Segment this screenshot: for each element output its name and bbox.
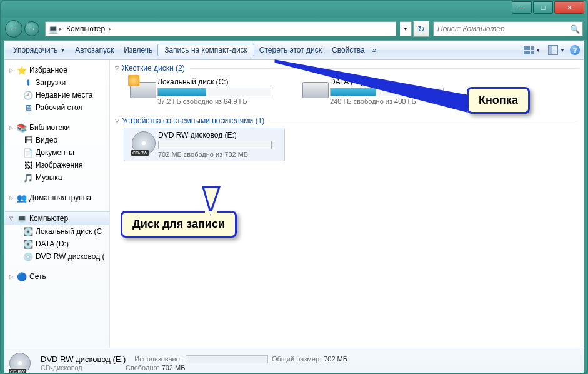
sidebar-libraries[interactable]: ▷📚Библиотеки bbox=[4, 121, 109, 134]
help-button[interactable]: ? bbox=[570, 45, 580, 55]
download-icon: ⬇ bbox=[23, 78, 33, 88]
sidebar-item-recent[interactable]: 🕘Недавние места bbox=[4, 89, 109, 101]
eject-button[interactable]: Извлечь bbox=[119, 44, 157, 56]
sidebar-item-dvd[interactable]: 💿DVD RW дисковод ( bbox=[4, 250, 109, 263]
back-button[interactable]: ← bbox=[5, 20, 22, 38]
details-pane: CD-RW DVD RW дисковод (E:) Использовано:… bbox=[4, 348, 584, 374]
computer-icon: 💻 bbox=[48, 24, 58, 34]
sidebar-computer[interactable]: ▽💻Компьютер bbox=[4, 211, 109, 225]
drive-icon bbox=[302, 82, 329, 98]
disc-icon: CD-RW bbox=[132, 131, 156, 155]
annotation-button-label: Кнопка bbox=[467, 87, 530, 114]
total-label: Общий размер: bbox=[272, 355, 321, 363]
navigation-pane: ▷⭐Избранное ⬇Загрузки 🕘Недавние места 🖥Р… bbox=[4, 60, 110, 348]
search-box[interactable]: 🔍 bbox=[433, 21, 583, 36]
sidebar-homegroup[interactable]: ▷👥Домашняя группа bbox=[4, 191, 109, 204]
burn-to-disc-button[interactable]: Запись на компакт-диск bbox=[157, 44, 254, 56]
details-icon: CD-RW bbox=[9, 353, 37, 373]
drive-dvd-rw[interactable]: CD-RW DVD RW дисковод (E:) 702 МБ свобод… bbox=[124, 128, 285, 161]
drive-free-text: 702 МБ свободно из 702 МБ bbox=[158, 151, 279, 158]
drive-c[interactable]: Локальный диск (C:) 37,2 ГБ свободно из … bbox=[124, 75, 284, 108]
usage-bar bbox=[157, 88, 271, 96]
details-name: DVD RW дисковод (E:) bbox=[41, 355, 126, 364]
refresh-button[interactable]: ↻ bbox=[413, 21, 429, 37]
autoplay-button[interactable]: Автозапуск bbox=[70, 44, 119, 56]
more-commands-button[interactable]: » bbox=[370, 44, 379, 56]
chevron-right-icon: ▸ bbox=[107, 26, 113, 32]
preview-pane-button[interactable]: ▼ bbox=[546, 43, 567, 57]
drive-d[interactable]: DATA (D:) 240 ГБ свободно из 400 ГБ bbox=[296, 75, 456, 108]
usage-bar bbox=[330, 88, 444, 96]
picture-icon: 🖼 bbox=[23, 160, 33, 170]
collapse-icon: ▽ bbox=[115, 118, 119, 124]
sidebar-item-music[interactable]: 🎵Музыка bbox=[4, 171, 109, 184]
drive-name: DATA (D:) bbox=[330, 78, 451, 86]
properties-button[interactable]: Свойства bbox=[327, 44, 370, 56]
sidebar-item-pictures[interactable]: 🖼Изображения bbox=[4, 159, 109, 171]
chevron-down-icon: ▼ bbox=[60, 48, 65, 53]
chevron-right-icon: ▸ bbox=[58, 26, 64, 32]
erase-disc-button[interactable]: Стереть этот диск bbox=[254, 44, 327, 56]
close-button[interactable]: ✕ bbox=[554, 1, 584, 14]
computer-icon: 💻 bbox=[17, 213, 27, 223]
address-bar[interactable]: 💻 ▸ Компьютер ▸ bbox=[45, 21, 396, 36]
video-icon: 🎞 bbox=[23, 135, 33, 145]
drive-free-text: 37,2 ГБ свободно из 64,9 ГБ bbox=[157, 98, 279, 105]
category-removable[interactable]: ▽Устройства со съемными носителями (1) bbox=[115, 115, 579, 126]
chevron-down-icon: ▼ bbox=[536, 48, 541, 53]
details-type: CD-дисковод bbox=[41, 364, 126, 371]
recent-icon: 🕘 bbox=[23, 90, 33, 100]
desktop-icon: 🖥 bbox=[23, 103, 33, 113]
drive-icon: 💽 bbox=[23, 226, 33, 236]
sidebar-favorites[interactable]: ▷⭐Избранное bbox=[4, 64, 109, 76]
disc-icon: 💿 bbox=[23, 251, 33, 261]
document-icon: 📄 bbox=[23, 148, 33, 158]
search-input[interactable] bbox=[436, 21, 570, 36]
music-icon: 🎵 bbox=[23, 173, 33, 183]
star-icon: ⭐ bbox=[17, 65, 27, 75]
minimize-button[interactable]: ─ bbox=[512, 1, 532, 14]
total-value: 702 МБ bbox=[324, 355, 347, 363]
collapse-icon: ▽ bbox=[115, 65, 119, 71]
drive-icon: 💽 bbox=[23, 239, 33, 249]
navigation-row: ← → 💻 ▸ Компьютер ▸ ▾ ↻ 🔍 bbox=[1, 18, 587, 40]
drive-free-text: 240 ГБ свободно из 400 ГБ bbox=[330, 98, 451, 105]
drive-icon bbox=[130, 82, 156, 98]
category-hard-drives[interactable]: ▽Жесткие диски (2) bbox=[115, 63, 579, 74]
refresh-icon: ↻ bbox=[417, 24, 425, 34]
used-label: Использовано: bbox=[134, 355, 182, 363]
homegroup-icon: 👥 bbox=[17, 193, 27, 203]
address-dropdown[interactable]: ▾ bbox=[400, 21, 412, 36]
breadcrumb-location[interactable]: Компьютер bbox=[64, 23, 107, 34]
sidebar-item-video[interactable]: 🎞Видео bbox=[4, 134, 109, 146]
command-toolbar: Упорядочить▼ Автозапуск Извлечь Запись н… bbox=[4, 41, 584, 60]
annotation-disc-label: Диск для записи bbox=[121, 211, 237, 238]
window-titlebar: ─ □ ✕ bbox=[1, 1, 587, 18]
sidebar-item-drive-d[interactable]: 💽DATA (D:) bbox=[4, 238, 109, 250]
sidebar-item-drive-c[interactable]: 💽Локальный диск (C bbox=[4, 225, 109, 238]
sidebar-item-downloads[interactable]: ⬇Загрузки bbox=[4, 76, 109, 89]
search-icon: 🔍 bbox=[570, 24, 580, 34]
drive-name: DVD RW дисковод (E:) bbox=[158, 131, 279, 139]
sidebar-network[interactable]: ▷🔵Сеть bbox=[4, 270, 109, 283]
free-value: 702 МБ bbox=[162, 364, 186, 371]
usage-bar bbox=[186, 355, 268, 363]
chevron-down-icon: ▾ bbox=[404, 26, 407, 32]
grid-icon bbox=[524, 46, 534, 54]
sidebar-item-desktop[interactable]: 🖥Рабочий стол bbox=[4, 101, 109, 114]
pane-icon bbox=[548, 45, 558, 55]
network-icon: 🔵 bbox=[17, 271, 27, 281]
explorer-frame: Упорядочить▼ Автозапуск Извлечь Запись н… bbox=[4, 40, 584, 371]
view-mode-button[interactable]: ▼ bbox=[521, 44, 543, 56]
free-label: Свободно: bbox=[126, 364, 159, 371]
organize-menu[interactable]: Упорядочить▼ bbox=[8, 44, 70, 56]
forward-button[interactable]: → bbox=[24, 21, 39, 36]
usage-bar bbox=[158, 141, 272, 149]
maximize-button[interactable]: □ bbox=[533, 1, 553, 14]
library-icon: 📚 bbox=[17, 123, 27, 133]
drive-name: Локальный диск (C:) bbox=[157, 78, 279, 86]
chevron-down-icon: ▼ bbox=[560, 48, 565, 53]
sidebar-item-documents[interactable]: 📄Документы bbox=[4, 146, 109, 159]
